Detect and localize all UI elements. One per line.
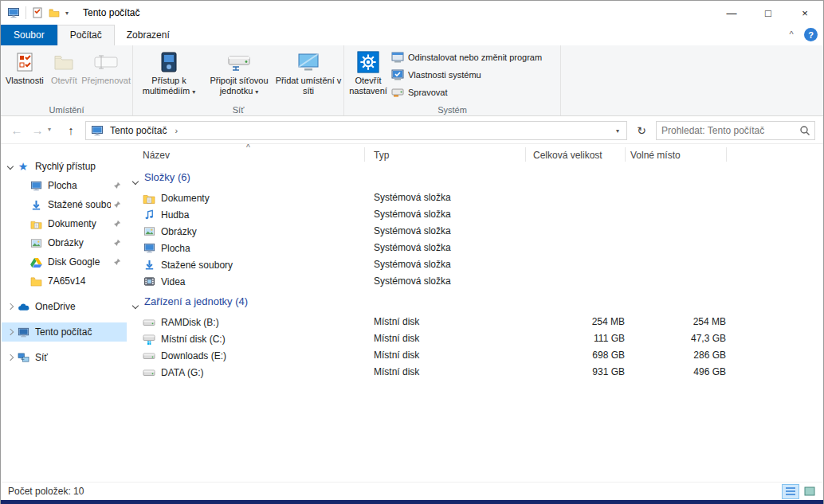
file-type: Místní disk [374,330,419,347]
row-hudba[interactable]: Hudba Systémová složka [127,206,822,223]
row-downloads-e[interactable]: Downloads (E:) Místní disk 698 GB 286 GB [127,347,822,364]
maximize-button[interactable]: □ [750,1,787,25]
column-header-typ[interactable]: Typ [374,150,389,161]
sidebar-item-plocha[interactable]: Plocha [2,176,127,195]
uninstall-program-button[interactable]: Odinstalovat nebo změnit program [390,49,542,66]
file-type: Místní disk [374,314,419,330]
system-properties-button[interactable]: Vlastnosti systému [390,66,542,84]
window-title: Tento počítač [83,7,139,18]
details-view-icon [785,486,796,496]
breadcrumb-this-pc[interactable]: Tento počítač [108,125,169,136]
ribbon: Vlastnosti Otevřít Přejmenovat Umístění [1,45,823,116]
item-count-label: Počet položek: 10 [8,486,84,497]
open-settings-label: Otevřít nastavení [346,76,390,96]
music-icon [143,209,155,221]
media-access-button[interactable]: Přístup k multimédiím ▾ [135,48,203,97]
column-separator[interactable] [364,147,365,162]
qat-new-folder-icon[interactable] [49,7,60,18]
group-label-sit: Síť [133,105,343,115]
caption-buttons: — □ × [713,1,823,25]
search-input[interactable] [657,125,795,136]
thumbnails-view-button[interactable] [801,484,818,499]
column-headers: ^ Název Typ Celková velikost Volné místo [127,144,822,166]
address-dropdown-icon[interactable]: ▾ [609,127,626,135]
sidebar-item-stazene-soubory[interactable]: Stažené soubory [2,195,127,214]
sidebar-item-onedrive[interactable]: OneDrive [2,297,127,316]
sidebar-item-sit[interactable]: Síť [2,348,127,367]
map-network-drive-button[interactable]: Připojit síťovou jednotku ▾ [203,48,275,97]
chevron-right-icon[interactable] [5,355,16,360]
sidebar-item-obrazky[interactable]: Obrázky [2,233,127,252]
help-button[interactable]: ? [804,28,818,41]
this-pc-app-icon [7,6,20,19]
sidebar-item-7a65v14[interactable]: 7A65v14 [2,272,127,291]
file-total-size: 698 GB [501,347,625,364]
qat-customize-dropdown[interactable]: ▾ [65,10,69,17]
details-view-button[interactable] [782,484,799,499]
row-ramdisk-b[interactable]: RAMDisk (B:) Místní disk 254 MB 254 MB [127,314,822,330]
tab-soubor[interactable]: Soubor [1,25,57,45]
open-button[interactable]: Otevřít [47,48,82,86]
desktop-icon [29,180,43,192]
row-stazene-soubory[interactable]: Stažené soubory Systémová složka [127,256,822,273]
column-separator[interactable] [726,147,727,162]
media-server-icon [159,50,179,74]
breadcrumb-chevron[interactable]: › [169,126,183,135]
row-dokumenty[interactable]: Dokumenty Systémová složka [127,189,822,206]
pin-icon [111,220,124,228]
search-icon[interactable] [795,125,814,136]
forward-button[interactable]: → [28,121,47,140]
close-button[interactable]: × [787,1,823,25]
ribbon-collapse-chevron[interactable]: ^ [785,29,798,39]
sidebar-item-disk-google[interactable]: Disk Google [2,252,127,272]
group-label-system: Systém [344,105,560,115]
file-type: Systémová složka [374,256,451,273]
tab-zobrazeni[interactable]: Zobrazení [115,25,182,45]
up-button[interactable]: ↑ [61,121,80,140]
sort-ascending-icon: ^ [246,144,250,152]
row-videa[interactable]: Videa Systémová složka [127,273,822,290]
row-plocha[interactable]: Plocha Systémová složka [127,240,822,256]
column-separator[interactable] [625,147,626,162]
sidebar-item-quick-access[interactable]: ★ Rychlý přístup [2,157,127,176]
file-name: RAMDisk (B:) [161,317,219,328]
properties-button[interactable]: Vlastnosti [2,48,47,86]
row-obrazky[interactable]: Obrázky Systémová složka [127,223,822,240]
chevron-down-icon[interactable] [5,164,16,169]
chevron-down-icon[interactable] [133,175,138,186]
file-name: Obrázky [161,226,197,237]
file-type: Systémová složka [374,206,451,223]
column-separator[interactable] [525,147,526,162]
row-data-g[interactable]: DATA (G:) Místní disk 931 GB 496 GB [127,364,822,381]
column-header-nazev[interactable]: Název [143,150,170,161]
open-settings-button[interactable]: Otevřít nastavení [346,48,390,96]
add-network-location-button[interactable]: Přidat umístění v síti [275,48,342,96]
back-button[interactable]: ← [7,121,26,140]
window-bottom-edge [1,500,823,504]
history-dropdown-icon[interactable]: ▾ [48,126,51,133]
column-header-volne-misto[interactable]: Volné místo [630,150,681,161]
minimize-button[interactable]: — [713,1,750,25]
column-header-celkova-velikost[interactable]: Celková velikost [533,150,602,161]
windows-drive-icon [143,333,155,346]
group-header-slozky[interactable]: Složky (6) [127,166,822,189]
sidebar-item-dokumenty[interactable]: Dokumenty [2,214,127,233]
pin-icon [111,182,124,189]
pin-icon [111,201,124,209]
system-small-buttons: Odinstalovat nebo změnit program Vlastno… [390,49,542,101]
chevron-right-icon[interactable] [5,304,16,309]
file-name: Hudba [161,209,189,221]
sidebar-item-tento-pocitac[interactable]: Tento počítač [2,322,127,342]
tab-pocitac[interactable]: Počítač [57,25,115,45]
sidebar-item-label: Plocha [48,180,111,191]
address-bar[interactable]: Tento počítač › ▾ [85,121,627,140]
manage-button[interactable]: Spravovat [390,84,542,101]
group-header-zarizeni-a-jednotky[interactable]: Zařízení a jednotky (4) [127,290,822,314]
chevron-down-icon[interactable] [133,299,138,311]
row-mistni-disk-c[interactable]: Místní disk (C:) Místní disk 111 GB 47,3… [127,330,822,347]
rename-button[interactable]: Přejmenovat [81,48,131,86]
chevron-right-icon[interactable] [5,330,16,334]
refresh-button[interactable]: ↻ [632,121,651,140]
media-access-label: Přístup k multimédiím ▾ [135,76,203,97]
qat-properties-icon[interactable] [32,7,43,18]
